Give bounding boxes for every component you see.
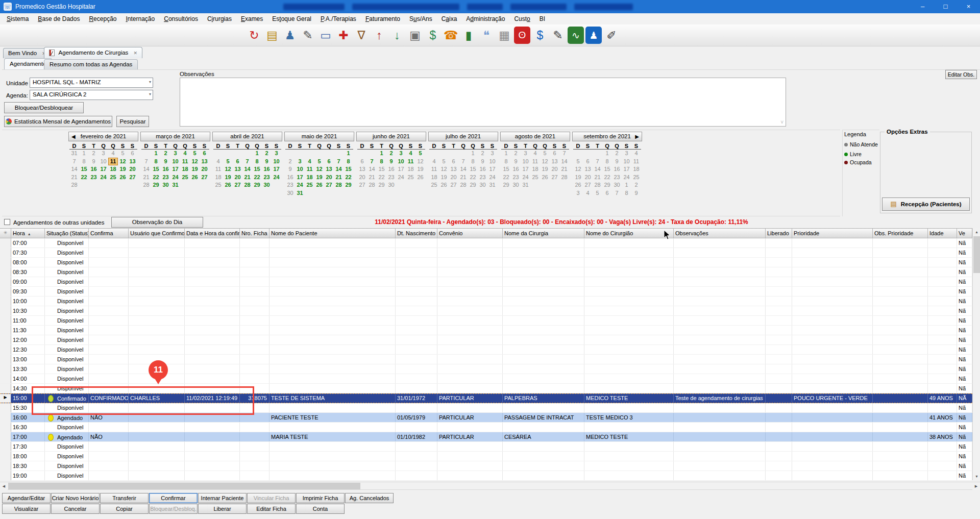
calendar-day[interactable]: 31 (487, 181, 497, 189)
calendar-day[interactable]: 25 (108, 174, 118, 182)
notes-pen-icon[interactable]: ✐ (603, 27, 620, 44)
calendar-day[interactable]: 26 (223, 181, 233, 189)
calendar-day[interactable]: 27 (324, 181, 334, 189)
grid-row-13:00[interactable]: 13:00DisponívelNã (0, 355, 972, 364)
pharmacy-funnel-icon[interactable]: ∇ (353, 27, 370, 44)
calendar-day[interactable]: 28 (69, 181, 79, 189)
calendar-day[interactable]: 13 (583, 165, 593, 174)
calendar-day[interactable]: 2 (631, 181, 641, 189)
calendar-day[interactable]: 29 (468, 181, 478, 189)
calendar-day[interactable]: 8 (79, 158, 89, 166)
horizontal-scrollbar[interactable]: ◀ ▶ (0, 482, 980, 490)
calendar-day[interactable]: 6 (602, 189, 612, 197)
calendar-day[interactable]: 20 (324, 174, 334, 182)
calendar-day[interactable]: 9 (386, 158, 396, 166)
calendar-day[interactable]: 30 (285, 189, 295, 197)
calendar-day[interactable]: 18 (305, 174, 314, 182)
calendar-day[interactable]: 25 (213, 181, 223, 189)
vertical-scrollbar[interactable]: ▲ ▼ (972, 228, 980, 480)
cancelar-button[interactable]: Cancelar (51, 504, 100, 514)
column-header-cirurgiao[interactable]: Nome do Cirurgião (584, 229, 674, 238)
calendar-day[interactable]: 1 (622, 181, 631, 189)
calendar-day[interactable]: 19 (190, 165, 200, 174)
calendar-day[interactable]: 18 (631, 165, 641, 174)
calendar-day[interactable]: 13 (449, 165, 458, 174)
calendar-day[interactable]: 3 (396, 150, 406, 158)
calendar-day[interactable]: 13 (128, 158, 137, 166)
calendar-day[interactable]: 29 (602, 181, 612, 189)
calendar-day[interactable]: 18 (406, 165, 415, 174)
calendar-day[interactable]: 2 (612, 150, 622, 158)
calendar-day[interactable]: 14 (334, 165, 344, 174)
calendar-day[interactable]: 3 (295, 158, 305, 166)
copiar-button[interactable]: Copiar (100, 504, 149, 514)
chat-icon[interactable]: ❝ (478, 27, 495, 44)
editar-ficha-button[interactable]: Editar Ficha (247, 504, 296, 514)
calendar-day[interactable]: 16 (478, 165, 487, 174)
calendar-day[interactable]: 12 (573, 165, 583, 174)
calendar-day[interactable]: 27 (128, 174, 137, 182)
calendar-day[interactable]: 9 (262, 158, 272, 166)
calendar-day[interactable]: 29 (501, 181, 511, 189)
calendar-day[interactable]: 9 (631, 189, 641, 197)
calendar-day[interactable]: 10 (170, 158, 180, 166)
column-header-situacao[interactable]: Situação (Status) (45, 229, 89, 238)
calendar-day[interactable]: 15 (468, 165, 478, 174)
close-tab-icon[interactable]: ✕ (134, 51, 138, 56)
calendar-day[interactable]: 7 (367, 158, 377, 166)
column-header-ve[interactable]: Ve (957, 229, 972, 238)
imprimir-ficha-button[interactable]: Imprimir Ficha (296, 493, 345, 503)
column-header-datahora[interactable]: Data e Hora da confir (185, 229, 240, 238)
calendar-day[interactable]: 25 (631, 174, 641, 182)
minimize-button[interactable]: – (911, 0, 934, 13)
calendar-day[interactable]: 19 (314, 174, 324, 182)
calendar-day[interactable]: 20 (233, 174, 242, 182)
calendar-day[interactable]: 26 (573, 181, 583, 189)
calendar-day[interactable]: 4 (530, 150, 540, 158)
editar-obs-button[interactable]: Editar Obs. (945, 70, 977, 79)
calendar-day[interactable]: 21 (559, 165, 569, 174)
calendar-day[interactable]: 21 (593, 174, 602, 182)
calendar-day[interactable]: 5 (439, 158, 449, 166)
calendar-day[interactable]: 19 (439, 174, 449, 182)
calendar-day[interactable]: 2 (262, 150, 272, 158)
observacoes-textarea[interactable]: ˅ (180, 78, 786, 127)
column-header-usuario[interactable]: Usuário que Confirmo (129, 229, 185, 238)
calendar-day[interactable]: 23 (89, 174, 99, 182)
menu-recep-o[interactable]: Recepção (84, 13, 121, 24)
grid-row-16:30[interactable]: 16:30DisponívelNã (0, 423, 972, 432)
calendar-day[interactable]: 7 (612, 189, 622, 197)
menu-caixa[interactable]: Caixa (437, 13, 462, 24)
calendar-day[interactable]: 11 (530, 158, 540, 166)
calendar-day[interactable]: 14 (141, 165, 151, 174)
doctor-icon[interactable]: ♟ (282, 27, 298, 44)
calendar-day[interactable]: 1 (602, 150, 612, 158)
calendar-day[interactable]: 9 (612, 158, 622, 166)
calendar-day[interactable]: 28 (367, 181, 377, 189)
vitals-book-icon[interactable]: ∿ (568, 27, 584, 44)
recepcao-pacientes-button[interactable]: ▤Recepção (Pacientes) (882, 197, 970, 211)
grid-row-17:30[interactable]: 17:30DisponívelNã (0, 442, 972, 452)
calendar-day[interactable]: 26 (190, 174, 200, 182)
calendar-day[interactable]: 24 (99, 174, 108, 182)
grid-row-07:30[interactable]: 07:30DisponívelNã (0, 248, 972, 258)
calendar-day[interactable]: 4 (180, 150, 190, 158)
calendar-day[interactable]: 30 (478, 181, 487, 189)
calendar-day[interactable]: 30 (262, 181, 272, 189)
calendar-day[interactable]: 4 (108, 150, 118, 158)
calendar-day[interactable]: 6 (200, 150, 209, 158)
liberar-button[interactable]: Liberar (198, 504, 247, 514)
calendar-day[interactable]: 19 (573, 174, 583, 182)
calendar-day[interactable]: 29 (377, 181, 386, 189)
calendar-day[interactable]: 3 (573, 189, 583, 197)
calendar-day[interactable]: 19 (223, 174, 233, 182)
calendar-day[interactable]: 16 (386, 165, 396, 174)
calendar-day[interactable]: 14 (367, 165, 377, 174)
column-header-ficha[interactable]: Nro. Ficha (240, 229, 270, 238)
calendar-day[interactable]: 24 (272, 174, 281, 182)
calendar-next-icon[interactable]: ▶ (635, 132, 639, 141)
menu-interna-o[interactable]: Internação (121, 13, 159, 24)
calendar-day[interactable]: 16 (262, 165, 272, 174)
calendar-day[interactable]: 1 (468, 150, 478, 158)
calendar-day[interactable]: 22 (602, 174, 612, 182)
